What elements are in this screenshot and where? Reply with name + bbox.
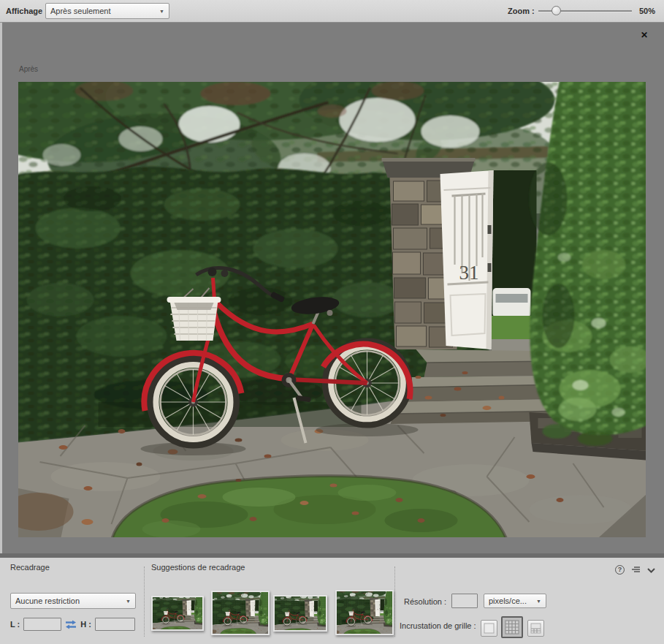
dropdown-arrow-icon: ▼	[536, 599, 541, 604]
crop-suggestion-thumbnail-2[interactable]	[211, 591, 270, 635]
resolution-unit-dropdown[interactable]: pixels/ce... ▼	[484, 594, 546, 608]
crop-dimensions-row: L : H :	[10, 618, 135, 631]
panel-menu-icon[interactable]	[631, 563, 641, 576]
panel-controls: ?	[615, 563, 655, 576]
affichage-value: Après seulement	[50, 7, 111, 15]
close-icon: ✕	[641, 30, 648, 40]
photo-scene	[18, 82, 646, 537]
crop-restriction-value: Aucune restriction	[15, 596, 80, 605]
affichage-label: Affichage :	[6, 7, 47, 15]
grid-option-thirds[interactable]	[527, 620, 544, 637]
resolution-input[interactable]	[451, 594, 478, 608]
zoom-slider[interactable]	[538, 6, 632, 16]
window-edge	[0, 23, 2, 553]
crop-suggestion-thumbnail-4[interactable]	[335, 590, 394, 635]
width-label: L :	[10, 620, 20, 629]
suggestions-title: Suggestions de recadrage	[151, 563, 245, 572]
height-label: H :	[80, 620, 91, 629]
zoom-label: Zoom :	[508, 7, 535, 15]
height-input[interactable]	[95, 618, 135, 631]
grid-option-grid[interactable]	[501, 616, 523, 638]
width-input[interactable]	[23, 618, 61, 631]
crop-suggestion-thumbnail-1[interactable]	[151, 596, 204, 631]
panel-separator	[144, 567, 145, 637]
help-icon[interactable]: ?	[615, 565, 625, 575]
photo-preview	[18, 82, 646, 537]
crop-restriction-dropdown[interactable]: Aucune restriction ▼	[10, 593, 136, 609]
grid-overlay-label: Incrustation de grille :	[400, 621, 476, 630]
top-toolbar: Affichage : Après seulement ▼ Zoom : 50%	[0, 0, 664, 23]
resolution-unit-value: pixels/ce...	[489, 596, 527, 605]
dropdown-arrow-icon: ▼	[126, 599, 131, 604]
tool-options-panel: Recadrage Aucune restriction ▼ L : H : S…	[0, 553, 664, 644]
crop-tool-window: Affichage : Après seulement ▼ Zoom : 50%…	[0, 0, 664, 644]
grid-option-none[interactable]	[481, 620, 497, 637]
close-button[interactable]: ✕	[641, 31, 648, 39]
dropdown-arrow-icon: ▼	[159, 9, 164, 14]
preview-canvas: ✕ Après	[0, 23, 664, 553]
zoom-slider-thumb[interactable]	[552, 6, 561, 15]
swap-dimensions-icon[interactable]	[65, 620, 77, 629]
crop-suggestion-thumbnail-3[interactable]	[273, 595, 327, 632]
zoom-value: 50%	[639, 7, 655, 15]
crop-section-title: Recadrage	[10, 563, 50, 572]
affichage-dropdown[interactable]: Après seulement ▼	[45, 3, 169, 19]
resolution-label: Résolution :	[404, 597, 446, 606]
after-label: Après	[19, 65, 38, 73]
panel-separator	[394, 567, 395, 637]
collapse-chevron-icon[interactable]	[647, 563, 655, 576]
